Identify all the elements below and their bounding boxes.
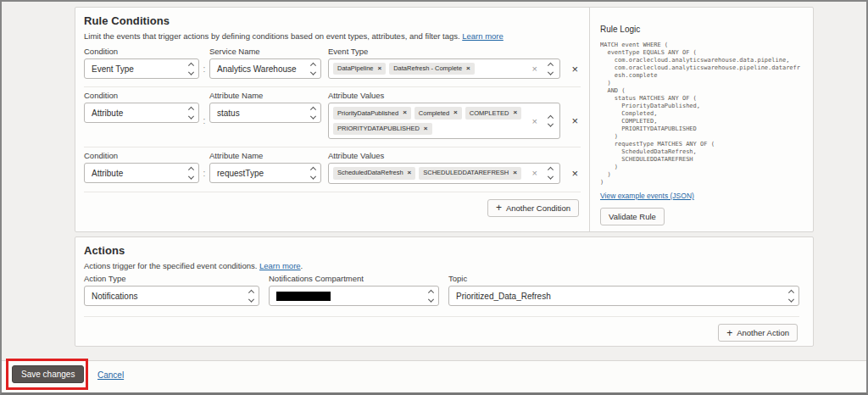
condition-select[interactable]: Attribute <box>84 163 199 183</box>
attribute-values-label: Attribute Values <box>328 91 560 103</box>
attribute-values-multiselect[interactable]: PriorityDataPublished× Completed× COMPLE… <box>328 103 560 139</box>
actions-title: Actions <box>84 244 799 257</box>
tag-chip: COMPLETED× <box>465 107 521 119</box>
topic-select[interactable]: Prioritized_Data_Refresh <box>448 286 799 306</box>
notifications-compartment-label: Notifications Compartment <box>269 274 439 286</box>
attribute-name-select[interactable]: status <box>209 103 321 123</box>
clear-field-icon[interactable]: × <box>532 64 537 74</box>
another-action-button[interactable]: + Another Action <box>718 324 798 342</box>
remove-tag-icon[interactable]: × <box>378 64 382 73</box>
remove-tag-icon[interactable]: × <box>403 108 407 117</box>
tag-chip: ScheduledDataRefresh× <box>333 167 415 179</box>
event-type-label: Event Type <box>328 47 560 58</box>
remove-tag-icon[interactable]: × <box>453 108 458 117</box>
plus-icon: + <box>496 204 502 211</box>
condition-row-request-type: Condition Attribute Name Attribute Value… <box>84 147 581 192</box>
actions-description: Actions trigger for the specified event … <box>84 261 799 270</box>
condition-label: Condition <box>84 151 199 163</box>
separator-colon: : <box>199 64 209 74</box>
tag-chip: PriorityDataPublished× <box>333 107 411 119</box>
attribute-name-label: Attribute Name <box>209 151 321 163</box>
select-caret-icon <box>311 64 315 75</box>
separator-colon: : <box>199 169 209 178</box>
select-caret-icon <box>548 116 553 127</box>
service-name-select[interactable]: Analytics Warehouse <box>209 58 321 79</box>
view-example-events-link[interactable]: View example events (JSON) <box>600 192 694 200</box>
remove-tag-icon[interactable]: × <box>513 169 517 177</box>
topic-label: Topic <box>448 274 799 286</box>
select-caret-icon <box>311 108 315 119</box>
select-caret-icon <box>789 291 793 302</box>
rule-conditions-card: Rule Conditions Limit the events that tr… <box>75 7 814 232</box>
service-name-label: Service Name <box>209 47 321 58</box>
tag-chip: DataPipeline× <box>333 63 386 75</box>
event-type-multiselect[interactable]: DataPipeline× DataRefresh - Complete× × <box>328 58 560 79</box>
tag-chip: Completed× <box>415 107 462 119</box>
footer-bar <box>2 360 866 392</box>
separator-colon: : <box>199 116 209 125</box>
learn-more-link[interactable]: Learn more <box>259 261 301 270</box>
rule-conditions-description: Limit the events that trigger actions by… <box>84 31 581 41</box>
rule-conditions-title: Rule Conditions <box>84 14 581 27</box>
validate-rule-button[interactable]: Validate Rule <box>600 208 665 225</box>
condition-label: Condition <box>84 91 199 103</box>
plus-icon: + <box>726 330 732 337</box>
select-caret-icon <box>189 64 193 75</box>
rule-logic-panel: Rule Logic MATCH event WHERE ( eventType… <box>589 8 813 231</box>
attribute-name-label: Attribute Name <box>209 91 321 103</box>
clear-field-icon[interactable]: × <box>532 169 537 178</box>
remove-tag-icon[interactable]: × <box>513 108 517 117</box>
learn-more-link[interactable]: Learn more <box>462 31 504 41</box>
attribute-values-label: Attribute Values <box>328 151 560 163</box>
tag-chip: DataRefresh - Complete× <box>389 63 475 75</box>
remove-tag-icon[interactable]: × <box>466 64 470 73</box>
actions-card: Actions Actions trigger for the specifie… <box>75 236 814 347</box>
attribute-values-multiselect[interactable]: ScheduledDataRefresh× SCHEDULEDDATAREFRE… <box>328 163 560 183</box>
select-caret-icon <box>548 64 553 75</box>
tag-chip: PRIORITYDATAPUBLISHED× <box>333 123 432 135</box>
condition-label: Condition <box>84 47 199 58</box>
condition-select[interactable]: Attribute <box>84 103 199 123</box>
redacted-compartment-value <box>276 292 331 301</box>
attribute-name-select[interactable]: requestType <box>209 163 321 183</box>
remove-condition-button[interactable]: × <box>569 166 581 181</box>
save-changes-button[interactable]: Save changes <box>12 365 84 383</box>
remove-condition-button[interactable]: × <box>569 114 581 128</box>
rule-logic-title: Rule Logic <box>600 25 806 34</box>
remove-condition-button[interactable]: × <box>569 62 581 76</box>
select-caret-icon <box>311 168 315 179</box>
rule-conditions-panel: Rule Conditions Limit the events that tr… <box>75 8 589 231</box>
condition-select[interactable]: Event Type <box>84 58 199 79</box>
cancel-link[interactable]: Cancel <box>97 370 124 380</box>
select-caret-icon <box>548 168 553 179</box>
rule-logic-code: MATCH event WHERE ( eventType EQUALS ANY… <box>600 42 806 186</box>
tag-chip: SCHEDULEDDATAREFRESH× <box>419 167 521 179</box>
another-condition-button[interactable]: + Another Condition <box>487 199 579 217</box>
condition-row-status: Condition Attribute Name Attribute Value… <box>84 87 581 147</box>
clear-field-icon[interactable]: × <box>532 116 537 125</box>
select-caret-icon <box>189 168 193 179</box>
select-caret-icon <box>189 108 193 119</box>
action-type-select[interactable]: Notifications <box>84 286 259 306</box>
action-type-label: Action Type <box>84 274 259 286</box>
remove-tag-icon[interactable]: × <box>408 169 412 177</box>
select-caret-icon <box>429 291 433 302</box>
select-caret-icon <box>249 291 253 302</box>
remove-tag-icon[interactable]: × <box>424 125 428 133</box>
notifications-compartment-select[interactable] <box>269 286 439 306</box>
condition-row-event-type: Condition Service Name Event Type Event … <box>84 43 581 87</box>
